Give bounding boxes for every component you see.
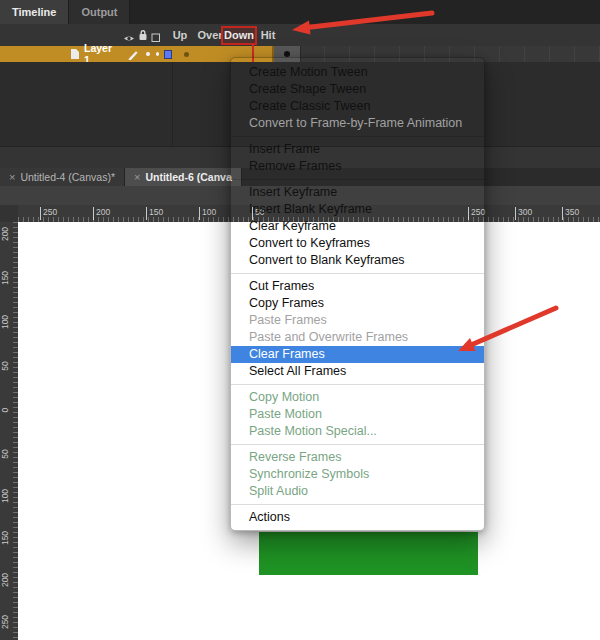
hruler-label: 200 (93, 207, 110, 220)
vruler-label: 100 (0, 310, 10, 334)
hruler-label: 250 (40, 207, 57, 220)
menu-item-insert-frame[interactable]: Insert Frame (231, 141, 484, 158)
menu-item-copy-motion: Copy Motion (231, 389, 484, 406)
doc-tab-untitled-4-canvas[interactable]: ×Untitled-4 (Canvas)* (0, 168, 125, 186)
layer-name-cell[interactable]: Layer 1 (0, 46, 172, 62)
keyframe-dot (184, 52, 189, 57)
layer-outline-color-swatch[interactable] (164, 50, 172, 59)
doc-tab-label: Untitled-4 (Canvas)* (20, 171, 115, 183)
lock-icon[interactable] (137, 27, 149, 45)
timeline-divider (172, 62, 173, 146)
vruler-label: 50 (0, 442, 10, 466)
timeline-tabbar: TimelineOutput (0, 0, 600, 25)
vruler-label: 150 (0, 266, 10, 290)
menu-item-paste-frames: Paste Frames (231, 312, 484, 329)
menu-item-actions[interactable]: Actions (231, 509, 484, 526)
menu-item-insert-blank-keyframe[interactable]: Insert Blank Keyframe (231, 201, 484, 218)
layer-lock-dot[interactable] (156, 52, 159, 56)
menu-separator (231, 179, 484, 180)
ruler-corner (0, 205, 18, 222)
vruler-label: 100 (0, 484, 10, 508)
vruler-label: 200 (0, 568, 10, 592)
menu-separator (231, 504, 484, 505)
menu-item-synchronize-symbols: Synchronize Symbols (231, 466, 484, 483)
close-tab-icon[interactable]: × (9, 171, 15, 183)
pencil-icon (127, 48, 140, 60)
tab-output[interactable]: Output (69, 0, 130, 24)
menu-item-copy-frames[interactable]: Copy Frames (231, 295, 484, 312)
stage-rectangle[interactable] (259, 532, 478, 575)
hruler-label: 150 (146, 207, 163, 220)
doc-tab-untitled-6-canva[interactable]: ×Untitled-6 (Canva (125, 168, 242, 186)
layer-page-icon (70, 48, 80, 60)
menu-item-clear-frames[interactable]: Clear Frames (231, 346, 484, 363)
frame-label-down[interactable]: Down (221, 26, 257, 45)
close-tab-icon[interactable]: × (134, 171, 140, 183)
vruler-label: 150 (0, 526, 10, 550)
menu-item-convert-to-frame-by-frame-animation: Convert to Frame-by-Frame Animation (231, 115, 484, 132)
menu-separator (231, 444, 484, 445)
frame-label-hit[interactable]: Hit (253, 28, 283, 42)
frame-label-up[interactable]: Up (167, 28, 193, 42)
hruler-label: 300 (515, 207, 532, 220)
menu-item-split-audio: Split Audio (231, 483, 484, 500)
vruler-label: 250 (0, 610, 10, 634)
menu-item-create-classic-tween[interactable]: Create Classic Tween (231, 98, 484, 115)
menu-item-clear-keyframe[interactable]: Clear Keyframe (231, 218, 484, 235)
animate-workspace: TimelineOutput UpOverDownHit Layer 1 (0, 0, 600, 640)
menu-item-paste-and-overwrite-frames: Paste and Overwrite Frames (231, 329, 484, 346)
menu-item-convert-to-blank-keyframes[interactable]: Convert to Blank Keyframes (231, 252, 484, 269)
doc-tab-label: Untitled-6 (Canva (145, 171, 231, 183)
tab-timeline[interactable]: Timeline (0, 0, 69, 24)
vertical-ruler: 20015010050050100150200250 (0, 222, 18, 640)
menu-item-cut-frames[interactable]: Cut Frames (231, 278, 484, 295)
menu-item-create-motion-tween[interactable]: Create Motion Tween (231, 64, 484, 81)
vruler-label: 50 (0, 354, 10, 378)
eye-icon[interactable] (123, 29, 135, 47)
vruler-label: 0 (0, 398, 10, 422)
vruler-label: 200 (0, 222, 10, 246)
menu-item-paste-motion-special: Paste Motion Special... (231, 423, 484, 440)
menu-item-convert-to-keyframes[interactable]: Convert to Keyframes (231, 235, 484, 252)
menu-item-insert-keyframe[interactable]: Insert Keyframe (231, 184, 484, 201)
menu-item-paste-motion: Paste Motion (231, 406, 484, 423)
menu-item-remove-frames[interactable]: Remove Frames (231, 158, 484, 175)
hruler-label: 100 (199, 207, 216, 220)
menu-separator (231, 136, 484, 137)
hruler-label: 350 (562, 207, 579, 220)
layer-visibility-dot[interactable] (146, 52, 149, 56)
context-menu: Create Motion TweenCreate Shape TweenCre… (230, 57, 485, 531)
menu-item-create-shape-tween[interactable]: Create Shape Tween (231, 81, 484, 98)
menu-item-select-all-frames[interactable]: Select All Frames (231, 363, 484, 380)
menu-separator (231, 273, 484, 274)
menu-separator (231, 384, 484, 385)
outline-square-icon[interactable] (151, 29, 161, 47)
menu-item-reverse-frames: Reverse Frames (231, 449, 484, 466)
